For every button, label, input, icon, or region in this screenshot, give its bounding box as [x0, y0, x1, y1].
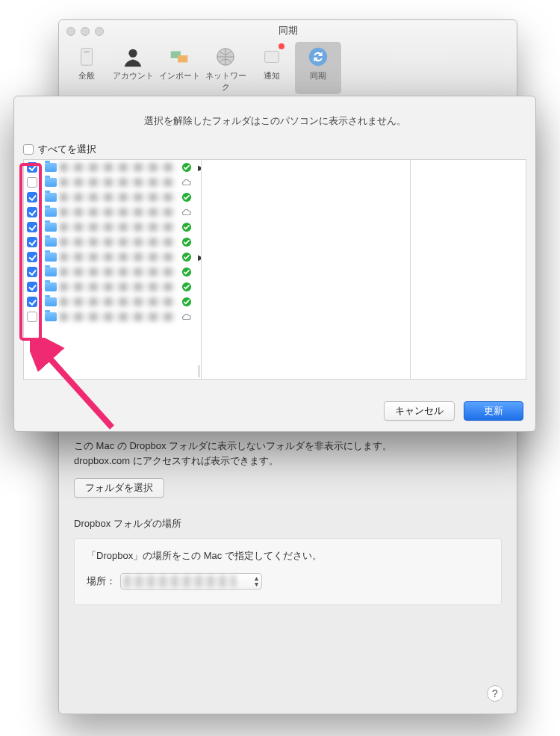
- titlebar: 同期 全般 アカウント インポート: [59, 20, 517, 96]
- location-value-blurred: [124, 575, 236, 587]
- folder-icon: [45, 238, 57, 247]
- location-popup[interactable]: ▴▾: [120, 573, 262, 590]
- folder-row[interactable]: [24, 175, 201, 190]
- selective-sync-desc: この Mac の Dropbox フォルダに表示しないフォルダを非表示にします。…: [74, 439, 502, 468]
- folder-row[interactable]: [24, 309, 201, 324]
- svg-rect-0: [81, 49, 93, 66]
- synced-icon: [181, 297, 192, 307]
- location-desc: 「Dropbox」の場所をこの Mac で指定してください。: [87, 549, 489, 563]
- svg-rect-6: [265, 52, 279, 63]
- folder-row[interactable]: [24, 294, 201, 309]
- notification-badge-icon: [279, 43, 284, 49]
- folder-checkbox[interactable]: [27, 207, 37, 217]
- tab-account[interactable]: アカウント: [110, 42, 156, 94]
- sheet-message: 選択を解除したフォルダはこのパソコンに表示されません。: [14, 96, 535, 143]
- folder-icon: [45, 223, 57, 232]
- synced-icon: [181, 252, 192, 262]
- folder-row[interactable]: [24, 279, 201, 294]
- folder-name-blurred: [60, 312, 175, 321]
- folder-icon: [45, 282, 57, 291]
- folder-icon: [45, 312, 57, 321]
- folder-column-2[interactable]: [202, 160, 411, 379]
- folder-row[interactable]: [24, 205, 201, 220]
- folder-checkbox[interactable]: [27, 282, 37, 292]
- account-icon: [121, 45, 145, 69]
- folder-checkbox[interactable]: [27, 297, 37, 307]
- tab-import[interactable]: インポート: [156, 42, 202, 94]
- svg-rect-1: [84, 52, 90, 53]
- toolbar: 全般 アカウント インポート ネットワーク: [59, 42, 517, 94]
- folder-icon: [45, 178, 57, 187]
- folder-row[interactable]: [24, 235, 201, 250]
- close-dot-icon[interactable]: [66, 27, 75, 36]
- folder-checkbox[interactable]: [27, 267, 37, 277]
- window-controls[interactable]: [66, 27, 104, 36]
- help-button[interactable]: ?: [487, 685, 503, 702]
- import-icon: [167, 45, 191, 69]
- location-section-title: Dropbox フォルダの場所: [74, 517, 502, 531]
- update-button[interactable]: 更新: [464, 401, 523, 421]
- select-all-label: すべてを選択: [38, 143, 96, 156]
- folder-name-blurred: [60, 178, 175, 187]
- folder-row[interactable]: ▶: [24, 250, 201, 265]
- disclosure-triangle-icon[interactable]: ▶: [195, 253, 201, 262]
- folder-icon: [45, 163, 57, 172]
- folder-icon: [45, 193, 57, 202]
- tab-sync[interactable]: 同期: [295, 42, 341, 94]
- folder-row[interactable]: [24, 190, 201, 205]
- folder-checkbox[interactable]: [27, 222, 37, 232]
- folder-name-blurred: [60, 193, 175, 202]
- synced-icon: [181, 282, 192, 292]
- folder-row[interactable]: [24, 265, 201, 279]
- synced-icon: [181, 267, 192, 277]
- folder-icon: [45, 208, 57, 217]
- folder-checkbox[interactable]: [27, 192, 37, 202]
- tab-general[interactable]: 全般: [63, 42, 110, 94]
- tab-notifications[interactable]: 通知: [249, 42, 295, 94]
- minimize-dot-icon[interactable]: [81, 27, 90, 36]
- folder-row[interactable]: [24, 220, 201, 235]
- folder-name-blurred: [60, 163, 175, 172]
- network-icon: [214, 45, 237, 69]
- folder-column-3[interactable]: [411, 160, 526, 379]
- zoom-dot-icon[interactable]: [95, 27, 104, 36]
- svg-point-7: [309, 48, 327, 66]
- synced-icon: [181, 162, 192, 173]
- cancel-button[interactable]: キャンセル: [384, 401, 455, 421]
- folder-icon: [45, 253, 57, 262]
- folder-column-1[interactable]: ▶▶: [24, 160, 202, 379]
- folder-checkbox[interactable]: [27, 312, 37, 322]
- cloud-icon: [181, 312, 192, 322]
- folder-icon: [45, 297, 57, 306]
- folder-name-blurred: [60, 238, 175, 247]
- synced-icon: [181, 192, 192, 202]
- disclosure-triangle-icon[interactable]: ▶: [195, 164, 201, 172]
- sync-panel: この Mac の Dropbox フォルダに表示しないフォルダを非表示にします。…: [59, 425, 517, 619]
- folder-name-blurred: [60, 297, 175, 306]
- select-all-row[interactable]: すべてを選択: [14, 143, 535, 159]
- folder-checkbox[interactable]: [27, 237, 37, 247]
- cloud-icon: [181, 177, 192, 188]
- folder-name-blurred: [60, 268, 175, 276]
- folder-row[interactable]: ▶: [24, 160, 201, 175]
- popup-stepper-icon: ▴▾: [255, 575, 258, 587]
- folder-checkbox[interactable]: [27, 177, 37, 188]
- location-box: 「Dropbox」の場所をこの Mac で指定してください。 場所： ▴▾: [74, 538, 502, 605]
- folder-name-blurred: [60, 223, 175, 232]
- svg-rect-4: [178, 55, 187, 62]
- folder-name-blurred: [60, 208, 175, 217]
- column-browser: ▶▶: [23, 159, 526, 380]
- select-all-checkbox[interactable]: [23, 144, 34, 155]
- general-icon: [75, 45, 99, 69]
- location-label: 場所：: [87, 575, 116, 588]
- folder-name-blurred: [60, 253, 175, 262]
- tab-network[interactable]: ネットワーク: [202, 42, 249, 94]
- folder-name-blurred: [60, 282, 175, 291]
- folder-icon: [45, 268, 57, 276]
- cloud-icon: [181, 207, 192, 217]
- folder-checkbox[interactable]: [27, 252, 37, 262]
- folder-checkbox[interactable]: [27, 162, 37, 173]
- synced-icon: [181, 222, 192, 232]
- select-folders-button[interactable]: フォルダを選択: [74, 478, 164, 498]
- folder-select-sheet: 選択を解除したフォルダはこのパソコンに表示されません。 すべてを選択 ▶▶ キャ…: [13, 96, 536, 432]
